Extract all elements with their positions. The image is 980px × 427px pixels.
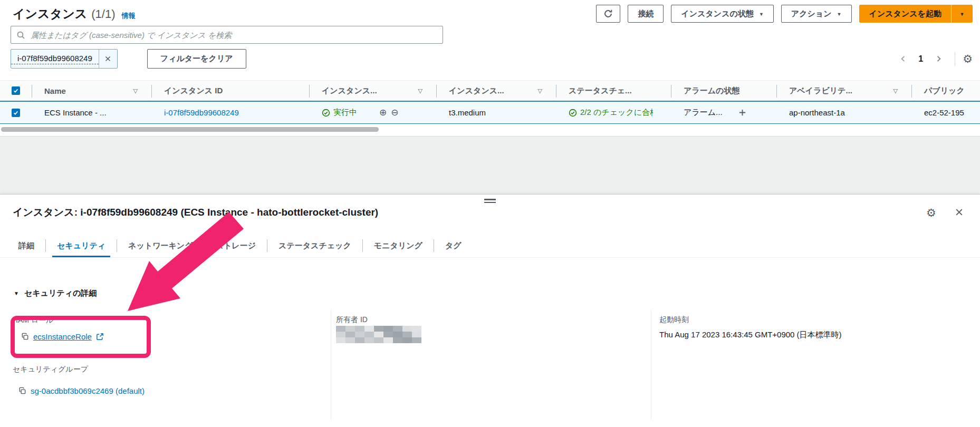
cell-instance-type: t3.medium (436, 102, 556, 123)
panel-drag-handle-icon[interactable] (484, 197, 496, 205)
table-header: Name ▽ インスタンス ID インスタンス... ▽ インスタンス... ▽… (0, 80, 980, 101)
filter-chip-value[interactable]: i-07f8f59db99608249 (11, 53, 99, 64)
instance-state-dropdown[interactable]: インスタンスの状態 ▼ (671, 5, 773, 23)
column-label: インスタンス ID (164, 86, 223, 96)
iam-role-link[interactable]: ecsInstanceRole (33, 332, 92, 341)
column-label: インスタンス... (322, 86, 377, 96)
cell-instance-state: 実行中 ⊕ ⊖ (309, 102, 436, 123)
status-check-value: 2/2 のチェックに合格 (580, 108, 653, 118)
select-all-checkbox-cell (0, 81, 32, 101)
zoom-out-icon[interactable]: ⊖ (391, 108, 398, 117)
cell-public-dns: ec2-52-195 (911, 102, 980, 123)
instance-id-link[interactable]: i-07f8f59db99608249 (164, 108, 239, 117)
tab-status-checks[interactable]: ステータスチェック (267, 234, 362, 257)
column-label: アラームの状態 (684, 86, 739, 96)
instance-count: (1/1) (91, 7, 115, 21)
column-label: ステータスチェ... (569, 86, 632, 96)
column-header-alarm-status[interactable]: アラームの状態 (671, 81, 776, 101)
column-header-instance-state[interactable]: インスタンス... ▽ (309, 81, 436, 101)
tab-security[interactable]: セキュリティ (46, 234, 117, 257)
clear-filters-button[interactable]: フィルターをクリア (147, 49, 246, 69)
alarm-status: アラーム... (684, 108, 723, 118)
cell-status-check: 2/2 のチェックに合格 (556, 102, 671, 123)
security-groups-label: セキュリティグループ (13, 365, 88, 374)
check-circle-icon (569, 109, 577, 117)
instance-state-label: インスタンスの状態 (681, 9, 753, 19)
info-link[interactable]: 情報 (121, 11, 135, 21)
column-header-instance-type[interactable]: インスタンス... ▽ (436, 81, 556, 101)
page-title: インスタンス (13, 6, 87, 22)
connect-button[interactable]: 接続 (628, 5, 664, 23)
filter-icon[interactable]: ▽ (893, 88, 898, 94)
tab-details[interactable]: 詳細 (7, 234, 45, 257)
filter-icon[interactable]: ▽ (538, 88, 542, 94)
cell-instance-id: i-07f8f59db99608249 (151, 102, 309, 123)
column-divider (331, 310, 331, 420)
table-row[interactable]: ECS Instance - ... i-07f8f59db99608249 実… (0, 102, 980, 124)
launch-time-value: Thu Aug 17 2023 16:43:45 GMT+0900 (日本標準時… (659, 330, 842, 340)
column-header-public-dns[interactable]: パブリック (911, 81, 980, 101)
add-alarm-icon[interactable] (738, 109, 746, 117)
remove-filter-button[interactable] (99, 50, 117, 68)
owner-id-label: 所有者 ID (336, 315, 368, 325)
security-group-link[interactable]: sg-0acdbbf3b069c2469 (default) (31, 386, 145, 395)
search-icon (16, 31, 25, 40)
launch-instance-caret-button[interactable]: ▼ (952, 5, 973, 23)
panel-settings-gear-icon[interactable]: ⚙ (926, 207, 936, 218)
column-label: パブリック (924, 86, 965, 96)
tab-tags[interactable]: タグ (434, 234, 473, 257)
caret-down-icon: ▼ (837, 12, 842, 17)
chevron-left-icon[interactable] (894, 51, 912, 67)
close-icon (104, 55, 111, 62)
actions-label: アクション (791, 9, 832, 19)
section-title: セキュリティの詳細 (24, 288, 97, 298)
copy-icon[interactable] (18, 387, 26, 395)
actions-dropdown[interactable]: アクション ▼ (781, 5, 852, 23)
refresh-icon (603, 9, 613, 18)
security-group-line: sg-0acdbbf3b069c2469 (default) (18, 386, 145, 395)
column-header-status-check[interactable]: ステータスチェ... (556, 81, 671, 101)
caret-down-icon: ▼ (960, 12, 965, 17)
horizontal-scrollbar-thumb[interactable] (1, 127, 379, 132)
filter-row: i-07f8f59db99608249 フィルターをクリア 1 ⚙ (11, 49, 973, 69)
split-panel-divider (0, 136, 980, 195)
copy-icon[interactable] (21, 333, 29, 341)
table-settings-gear-icon[interactable]: ⚙ (963, 53, 973, 64)
column-label: アベイラビリテ... (789, 86, 852, 96)
current-page[interactable]: 1 (914, 54, 927, 64)
owner-id-redacted (336, 326, 421, 343)
column-header-name[interactable]: Name ▽ (32, 81, 151, 101)
cell-alarm-status: アラーム... (671, 102, 776, 123)
search-input[interactable] (30, 30, 443, 40)
external-link-icon[interactable] (96, 333, 104, 341)
instance-name: ECS Instance - ... (44, 108, 107, 117)
tab-monitoring[interactable]: モニタリング (363, 234, 434, 257)
check-circle-icon (322, 109, 330, 117)
tab-networking[interactable]: ネットワーキング (117, 234, 204, 257)
launch-instance-button[interactable]: インスタンスを起動 (859, 5, 952, 23)
row-checkbox[interactable] (12, 109, 20, 117)
caret-down-icon: ▼ (14, 290, 19, 296)
search-bar[interactable] (11, 26, 443, 44)
security-details-expander[interactable]: ▼ セキュリティの詳細 (14, 288, 97, 298)
cell-name: ECS Instance - ... (32, 102, 151, 123)
availability-zone: ap-northeast-1a (789, 108, 845, 117)
tab-storage[interactable]: ストレージ (205, 234, 267, 257)
filter-icon[interactable]: ▽ (418, 88, 422, 94)
chevron-right-icon[interactable] (929, 51, 947, 67)
panel-close-icon[interactable] (955, 208, 964, 217)
launch-instance-split-button: インスタンスを起動 ▼ (859, 5, 973, 23)
filter-icon[interactable]: ▽ (133, 88, 138, 94)
refresh-button[interactable] (596, 5, 620, 23)
cell-availability-zone: ap-northeast-1a (776, 102, 911, 123)
select-all-checkbox[interactable] (12, 86, 20, 95)
iam-role-line: ecsInstanceRole (21, 332, 104, 341)
instance-state: 実行中 (333, 108, 357, 118)
column-header-instance-id[interactable]: インスタンス ID (151, 81, 309, 101)
column-label: Name (44, 86, 66, 95)
filter-chip[interactable]: i-07f8f59db99608249 (11, 49, 118, 69)
pagination: 1 ⚙ (894, 51, 973, 67)
header-actions: 接続 インスタンスの状態 ▼ アクション ▼ インスタンスを起動 ▼ (596, 5, 973, 23)
column-header-availability-zone[interactable]: アベイラビリテ... ▽ (776, 81, 911, 101)
zoom-in-icon[interactable]: ⊕ (379, 108, 387, 117)
